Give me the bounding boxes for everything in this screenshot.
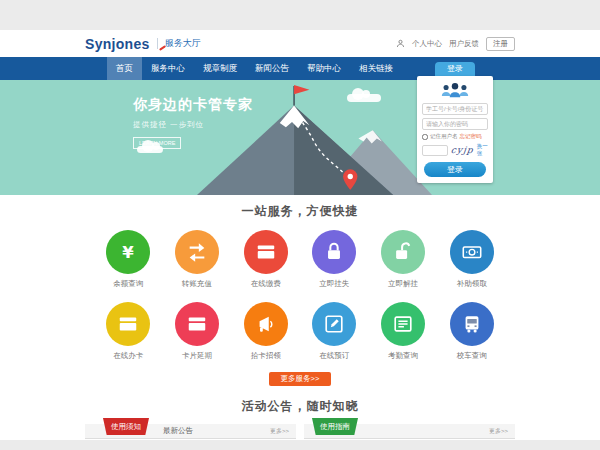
lock-open-icon[interactable]: [381, 230, 425, 274]
service-label: 补助领取: [437, 279, 506, 289]
login-tab[interactable]: 登录: [435, 62, 475, 76]
notice-panel-left: 使用须知 最新公告 更多>>: [85, 424, 296, 439]
hero-subtitle: 提供捷径 一步到位: [133, 120, 253, 130]
services-section-title: 一站服务，方便快捷: [0, 195, 600, 220]
bus-icon[interactable]: [450, 302, 494, 346]
service-label: 在线缴费: [231, 279, 300, 289]
site-section-name: 服务大厅: [165, 37, 201, 50]
announcements-section-title: 活动公告，随时知晓: [0, 386, 600, 415]
service-item-11[interactable]: 校车查询: [437, 302, 506, 361]
login-panel: 登录 记住用户名 忘记密码: [417, 62, 493, 183]
service-label: 考勤查询: [369, 351, 438, 361]
service-item-8[interactable]: 拾卡招领: [231, 302, 300, 361]
svg-text:¥: ¥: [123, 243, 135, 262]
register-button[interactable]: 注册: [486, 37, 515, 51]
lock-closed-icon[interactable]: [312, 230, 356, 274]
password-input[interactable]: [422, 118, 488, 130]
attendance-icon[interactable]: [381, 302, 425, 346]
service-label: 在线预订: [300, 351, 369, 361]
service-label: 拾卡招领: [231, 351, 300, 361]
users-group-icon: [438, 81, 472, 100]
remember-checkbox[interactable]: [422, 134, 428, 140]
user-feedback-link[interactable]: 用户反馈: [449, 39, 479, 49]
service-item-4[interactable]: 立即解挂: [369, 230, 438, 289]
banknote-icon[interactable]: [450, 230, 494, 274]
captcha-refresh-link[interactable]: 换一张: [477, 143, 488, 157]
service-item-3[interactable]: 立即挂失: [300, 230, 369, 289]
latest-announcements-tab[interactable]: 最新公告: [163, 423, 193, 438]
megaphone-icon[interactable]: [244, 302, 288, 346]
brand-logo-text: Synjones: [85, 36, 150, 52]
service-item-7[interactable]: 卡片延期: [163, 302, 232, 361]
person-icon: [396, 39, 405, 48]
captcha-image[interactable]: cyjp: [450, 145, 474, 155]
nav-item-0[interactable]: 首页: [107, 57, 142, 80]
service-item-0[interactable]: ¥余额查询: [94, 230, 163, 289]
captcha-input[interactable]: [422, 145, 448, 156]
remember-label: 记住用户名: [430, 133, 458, 140]
more-link[interactable]: 更多>>: [270, 427, 289, 436]
nav-item-1[interactable]: 服务中心: [142, 57, 194, 80]
nav-item-3[interactable]: 新闻公告: [246, 57, 298, 80]
nav-item-4[interactable]: 帮助中心: [298, 57, 350, 80]
personal-center-link[interactable]: 个人中心: [412, 39, 442, 49]
edit-icon[interactable]: [312, 302, 356, 346]
credit-card-icon[interactable]: [106, 302, 150, 346]
service-label: 立即挂失: [300, 279, 369, 289]
guide-panel-right: 使用指南 更多>>: [304, 424, 515, 439]
hero-banner: 你身边的卡管专家 提供捷径 一步到位 LEARN MORE 登录: [0, 80, 600, 195]
service-item-10[interactable]: 考勤查询: [369, 302, 438, 361]
main-nav: 首页服务中心规章制度新闻公告帮助中心相关链接: [0, 57, 600, 80]
transfer-arrows-icon[interactable]: [175, 230, 219, 274]
service-item-6[interactable]: 在线办卡: [94, 302, 163, 361]
more-services-button[interactable]: 更多服务>>: [269, 372, 331, 386]
credit-card-icon[interactable]: [244, 230, 288, 274]
more-link[interactable]: 更多>>: [489, 427, 508, 436]
service-label: 余额查询: [94, 279, 163, 289]
divider: [157, 38, 158, 49]
usage-guide-tab[interactable]: 使用指南: [312, 418, 358, 435]
main-content: 一站服务，方便快捷 ¥余额查询转账充值在线缴费立即挂失立即解挂补助领取在线办卡卡…: [0, 195, 600, 440]
nav-item-5[interactable]: 相关链接: [350, 57, 402, 80]
nav-item-2[interactable]: 规章制度: [194, 57, 246, 80]
hero-cta-button[interactable]: LEARN MORE: [133, 137, 181, 149]
yen-icon[interactable]: ¥: [106, 230, 150, 274]
service-item-2[interactable]: 在线缴费: [231, 230, 300, 289]
login-submit-button[interactable]: 登录: [424, 162, 486, 177]
service-label: 转账充值: [163, 279, 232, 289]
service-item-1[interactable]: 转账充值: [163, 230, 232, 289]
account-links: 个人中心 用户反馈 注册: [396, 37, 515, 51]
service-item-5[interactable]: 补助领取: [437, 230, 506, 289]
hero-title: 你身边的卡管专家: [133, 96, 253, 114]
credit-card-icon[interactable]: [175, 302, 219, 346]
service-label: 在线办卡: [94, 351, 163, 361]
service-item-9[interactable]: 在线预订: [300, 302, 369, 361]
service-label: 校车查询: [437, 351, 506, 361]
forgot-password-link[interactable]: 忘记密码: [460, 133, 482, 140]
username-input[interactable]: [422, 103, 488, 115]
service-label: 卡片延期: [163, 351, 232, 361]
service-label: 立即解挂: [369, 279, 438, 289]
header: Synjones 服务大厅 个人中心 用户反馈 注册: [0, 30, 600, 57]
page: Synjones 服务大厅 个人中心 用户反馈 注册 首页服务中心规章制度新闻公…: [0, 30, 600, 450]
logo[interactable]: Synjones 服务大厅: [85, 36, 201, 52]
usage-notice-tab[interactable]: 使用须知: [103, 418, 149, 435]
